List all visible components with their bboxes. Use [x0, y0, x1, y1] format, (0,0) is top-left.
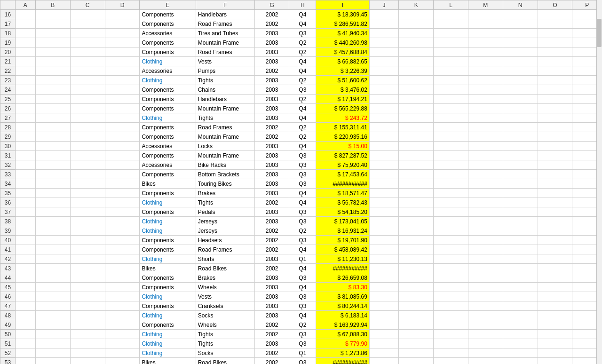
cell-53-C[interactable] — [70, 358, 105, 364]
cell-53-F[interactable]: Road Bikes — [196, 358, 254, 364]
cell-41-E[interactable]: Components — [140, 245, 196, 254]
cell-19-G[interactable]: 2003 — [254, 38, 289, 47]
cell-19-D[interactable] — [105, 38, 140, 47]
cell-24-M[interactable] — [468, 85, 503, 95]
cell-38-K[interactable] — [399, 217, 434, 226]
row-number[interactable]: 23 — [0, 76, 16, 85]
cell-51-J[interactable] — [369, 339, 398, 348]
cell-34-B[interactable] — [35, 179, 70, 189]
cell-48-K[interactable] — [399, 311, 434, 320]
cell-23-A[interactable] — [15, 76, 35, 85]
cell-29-D[interactable] — [105, 132, 140, 142]
cell-37-N[interactable] — [503, 207, 538, 217]
cell-30-N[interactable] — [503, 142, 538, 151]
cell-19-N[interactable] — [503, 38, 538, 47]
cell-46-A[interactable] — [15, 292, 35, 301]
cell-32-B[interactable] — [35, 160, 70, 170]
cell-50-O[interactable] — [538, 330, 572, 339]
cell-19-E[interactable]: Components — [140, 38, 196, 47]
cell-28-B[interactable] — [35, 123, 70, 132]
cell-33-D[interactable] — [105, 170, 140, 179]
cell-46-H[interactable]: Q3 — [289, 292, 316, 301]
cell-23-F[interactable]: Tights — [196, 76, 254, 85]
cell-43-B[interactable] — [35, 264, 70, 273]
cell-47-A[interactable] — [15, 301, 35, 311]
cell-48-N[interactable] — [503, 311, 538, 320]
cell-44-H[interactable]: Q3 — [289, 273, 316, 283]
row-number[interactable]: 39 — [0, 226, 16, 236]
cell-44-D[interactable] — [105, 273, 140, 283]
cell-34-J[interactable] — [369, 179, 398, 189]
cell-37-D[interactable] — [105, 207, 140, 217]
cell-42-L[interactable] — [434, 254, 468, 264]
cell-16-J[interactable] — [369, 10, 398, 19]
cell-40-E[interactable]: Components — [140, 236, 196, 245]
cell-47-O[interactable] — [538, 301, 572, 311]
cell-50-L[interactable] — [434, 330, 468, 339]
col-header-J[interactable]: J — [369, 0, 398, 10]
cell-42-A[interactable] — [15, 254, 35, 264]
cell-32-K[interactable] — [399, 160, 434, 170]
cell-38-L[interactable] — [434, 217, 468, 226]
cell-53-A[interactable] — [15, 358, 35, 364]
cell-25-G[interactable]: 2003 — [254, 95, 289, 104]
cell-53-G[interactable]: 2002 — [254, 358, 289, 364]
cell-22-A[interactable] — [15, 66, 35, 76]
row-number[interactable]: 41 — [0, 245, 16, 254]
cell-17-A[interactable] — [15, 19, 35, 29]
row-number[interactable]: 53 — [0, 358, 16, 364]
cell-47-F[interactable]: Cranksets — [196, 301, 254, 311]
cell-48-L[interactable] — [434, 311, 468, 320]
cell-30-J[interactable] — [369, 142, 398, 151]
cell-42-K[interactable] — [399, 254, 434, 264]
row-number[interactable]: 48 — [0, 311, 16, 320]
cell-38-C[interactable] — [70, 217, 105, 226]
cell-23-K[interactable] — [399, 76, 434, 85]
cell-26-G[interactable]: 2003 — [254, 104, 289, 113]
cell-53-J[interactable] — [369, 358, 398, 364]
cell-53-D[interactable] — [105, 358, 140, 364]
cell-30-E[interactable]: Accessories — [140, 142, 196, 151]
cell-35-J[interactable] — [369, 189, 398, 198]
cell-37-A[interactable] — [15, 207, 35, 217]
cell-43-N[interactable] — [503, 264, 538, 273]
cell-16-M[interactable] — [468, 10, 503, 19]
cell-27-B[interactable] — [35, 113, 70, 123]
cell-17-H[interactable]: Q4 — [289, 19, 316, 29]
cell-19-I[interactable]: $ 440,260.98 — [316, 38, 370, 47]
cell-47-L[interactable] — [434, 301, 468, 311]
cell-35-I[interactable]: $ 18,571.47 — [316, 189, 370, 198]
cell-32-J[interactable] — [369, 160, 398, 170]
cell-32-E[interactable]: Accessories — [140, 160, 196, 170]
cell-47-I[interactable]: $ 80,244.14 — [316, 301, 370, 311]
cell-39-N[interactable] — [503, 226, 538, 236]
cell-36-D[interactable] — [105, 198, 140, 207]
cell-49-I[interactable]: $ 163,929.94 — [316, 320, 370, 330]
row-number[interactable]: 32 — [0, 160, 16, 170]
cell-21-K[interactable] — [399, 57, 434, 66]
cell-53-K[interactable] — [399, 358, 434, 364]
cell-50-F[interactable]: Tights — [196, 330, 254, 339]
cell-50-M[interactable] — [468, 330, 503, 339]
cell-52-D[interactable] — [105, 348, 140, 358]
cell-40-H[interactable]: Q3 — [289, 236, 316, 245]
cell-17-J[interactable] — [369, 19, 398, 29]
cell-40-M[interactable] — [468, 236, 503, 245]
cell-45-H[interactable]: Q4 — [289, 283, 316, 292]
cell-45-I[interactable]: $ 83.30 — [316, 283, 370, 292]
cell-23-B[interactable] — [35, 76, 70, 85]
row-number[interactable]: 43 — [0, 264, 16, 273]
cell-47-J[interactable] — [369, 301, 398, 311]
col-header-A[interactable]: A — [15, 0, 35, 10]
cell-18-I[interactable]: $ 41,940.34 — [316, 29, 370, 38]
cell-47-G[interactable]: 2003 — [254, 301, 289, 311]
cell-37-M[interactable] — [468, 207, 503, 217]
cell-25-A[interactable] — [15, 95, 35, 104]
cell-27-E[interactable]: Clothing — [140, 113, 196, 123]
cell-24-E[interactable]: Components — [140, 85, 196, 95]
cell-49-B[interactable] — [35, 320, 70, 330]
cell-17-I[interactable]: $ 286,591.82 — [316, 19, 370, 29]
cell-25-M[interactable] — [468, 95, 503, 104]
cell-44-C[interactable] — [70, 273, 105, 283]
row-number[interactable]: 33 — [0, 170, 16, 179]
